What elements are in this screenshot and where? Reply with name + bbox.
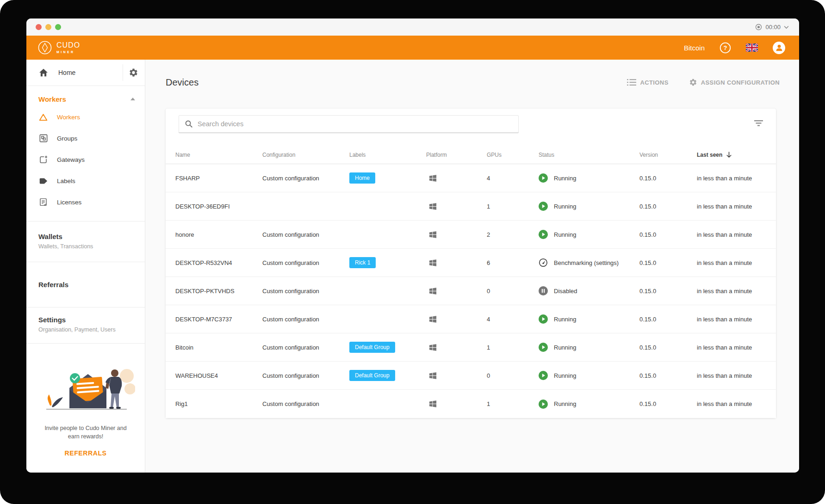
referral-promo: Invite people to Cudo Miner and earn rew… [26, 350, 145, 473]
device-gpus: 0 [487, 288, 539, 295]
sidebar-item-home[interactable]: Home [26, 60, 145, 86]
device-gpus: 6 [487, 259, 539, 266]
session-timer[interactable]: 00:00 [755, 24, 789, 31]
device-last-seen: in less than a minute [697, 400, 759, 407]
device-configuration: Custom configuration [262, 344, 349, 351]
device-configuration: Custom configuration [262, 372, 349, 379]
profile-avatar-icon[interactable] [773, 42, 785, 54]
device-status: Running [539, 230, 639, 239]
device-status-text: Running [554, 203, 576, 210]
column-header-labels[interactable]: Labels [349, 152, 426, 158]
device-gpus: 1 [487, 344, 539, 351]
windows-icon [429, 400, 437, 408]
column-header-version[interactable]: Version [639, 152, 697, 158]
device-last-seen: in less than a minute [697, 288, 759, 295]
device-gpus: 2 [487, 231, 539, 238]
device-version: 0.15.0 [639, 175, 697, 182]
device-row[interactable]: honore Custom configuration 2 Running 0.… [166, 221, 776, 249]
collapse-arrow-icon [130, 97, 136, 101]
cudo-miner-logo[interactable]: CUDO MINER [37, 40, 80, 55]
device-gpus: 0 [487, 372, 539, 379]
sidebar-settings-gear-icon[interactable] [129, 68, 138, 78]
device-name: Bitcoin [175, 344, 262, 351]
device-status-text: Running [554, 372, 576, 379]
column-header-platform[interactable]: Platform [426, 152, 487, 158]
benchmarking-status-icon [539, 258, 548, 267]
sidebar-item-referrals[interactable]: Referrals [26, 262, 145, 307]
device-last-seen: in less than a minute [697, 259, 759, 266]
actions-button[interactable]: ACTIONS [627, 79, 668, 86]
workers-section-header[interactable]: Workers [26, 92, 145, 106]
device-row[interactable]: DESKTOP-R532VN4 Custom configuration Ric… [166, 249, 776, 277]
column-header-gpus[interactable]: GPUs [487, 152, 539, 158]
windows-icon [429, 174, 437, 182]
column-header-status[interactable]: Status [539, 152, 639, 158]
windows-icon [429, 372, 437, 380]
device-name: DESKTOP-R532VN4 [175, 259, 262, 266]
device-version: 0.15.0 [639, 372, 697, 379]
device-status: Running [539, 202, 639, 211]
device-row[interactable]: FSHARP Custom configuration Home 4 Runni… [166, 164, 776, 192]
assign-configuration-button[interactable]: ASSIGN CONFIGURATION [689, 78, 780, 86]
device-configuration: Custom configuration [262, 175, 349, 182]
windows-icon [429, 287, 437, 295]
running-status-icon [539, 202, 548, 211]
device-version: 0.15.0 [639, 231, 697, 238]
sidebar-item-labels[interactable]: Labels [26, 170, 145, 191]
device-name: Rig1 [175, 400, 262, 407]
device-version: 0.15.0 [639, 259, 697, 266]
device-configuration: Custom configuration [262, 259, 349, 266]
device-row[interactable]: WAREHOUSE4 Custom configuration Default … [166, 362, 776, 390]
triangle-icon [39, 113, 48, 121]
currency-label: Bitcoin [684, 44, 705, 52]
filter-icon[interactable] [754, 120, 763, 126]
device-row[interactable]: DESKTOP-PKTVHDS Custom configuration 0 D… [166, 277, 776, 305]
device-name: DESKTOP-M7C3737 [175, 316, 262, 323]
device-status-text: Running [554, 316, 576, 323]
device-status: Disabled [539, 286, 639, 295]
sidebar-item-wallets[interactable]: Wallets Wallets, Transactions [26, 221, 145, 262]
device-status-text: Running [554, 344, 576, 351]
device-last-seen: in less than a minute [697, 372, 759, 379]
device-label-chip: Home [349, 172, 375, 184]
sidebar-item-workers[interactable]: Workers [26, 106, 145, 128]
help-icon[interactable]: ? [720, 42, 731, 54]
list-icon [627, 79, 636, 86]
device-last-seen: in less than a minute [697, 175, 759, 182]
column-header-configuration[interactable]: Configuration [262, 152, 349, 158]
brand-name: CUDO [56, 42, 80, 49]
running-status-icon [539, 230, 548, 239]
sidebar-item-licenses[interactable]: Licenses [26, 191, 145, 213]
windows-icon [429, 231, 437, 239]
device-version: 0.15.0 [639, 203, 697, 210]
license-icon [39, 198, 48, 206]
column-header-last-seen[interactable]: Last seen [697, 152, 759, 158]
device-row[interactable]: Rig1 Custom configuration 1 Running 0.15… [166, 390, 776, 418]
device-status: Running [539, 371, 639, 380]
language-flag-icon[interactable] [746, 43, 758, 52]
sort-descending-icon [726, 152, 732, 158]
device-label-chip: Default Group [349, 370, 395, 381]
device-row[interactable]: DESKTOP-36ED9FI 1 Running 0.15.0 in less… [166, 192, 776, 221]
sidebar-item-settings[interactable]: Settings Organisation, Payment, Users [26, 307, 145, 343]
device-status-text: Running [554, 400, 576, 407]
device-name: DESKTOP-36ED9FI [175, 203, 262, 210]
window-minimize-button[interactable] [45, 24, 51, 30]
device-version: 0.15.0 [639, 400, 697, 407]
window-zoom-button[interactable] [55, 24, 61, 30]
svg-text:?: ? [724, 44, 727, 51]
device-row[interactable]: Bitcoin Custom configuration Default Gro… [166, 333, 776, 362]
sidebar-item-gateways[interactable]: Gateways [26, 149, 145, 170]
search-input[interactable] [198, 120, 513, 128]
gateway-icon [39, 155, 48, 164]
device-label-chip: Default Group [349, 342, 395, 353]
column-header-name[interactable]: Name [175, 152, 262, 158]
device-gpus: 1 [487, 400, 539, 407]
table-header-row: Name Configuration Labels Platform GPUs … [166, 146, 776, 164]
disabled-status-icon [539, 286, 548, 295]
referrals-link[interactable]: REFERRALS [26, 449, 145, 457]
sidebar-item-groups[interactable]: Groups [26, 128, 145, 149]
device-row[interactable]: DESKTOP-M7C3737 Custom configuration 4 R… [166, 305, 776, 333]
window-close-button[interactable] [36, 24, 42, 30]
chevron-down-icon [784, 25, 789, 29]
